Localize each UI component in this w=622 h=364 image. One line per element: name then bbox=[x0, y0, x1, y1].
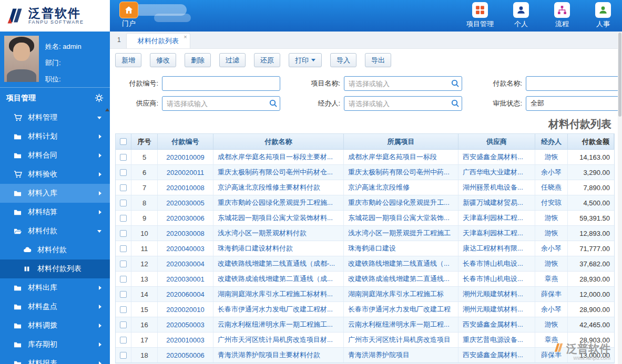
sidebar-item-material-report[interactable]: 材料报表 bbox=[0, 354, 110, 364]
sidebar-item-material-plan[interactable]: 材料计划 bbox=[0, 127, 110, 146]
row-checkbox[interactable] bbox=[120, 276, 127, 283]
table-row[interactable]: 11 2020040003 珠海鹤港口建设材料付款 珠海鹤港口建设 康达工程材料… bbox=[116, 241, 614, 256]
supplier-link[interactable]: 天津嘉利园林工程... bbox=[463, 228, 523, 238]
payment-no-link[interactable]: 2020030004 bbox=[166, 260, 204, 268]
supplier-link[interactable]: 西安盛鑫金属材料... bbox=[463, 320, 523, 329]
payment-no-link[interactable]: 2020010008 bbox=[166, 184, 204, 192]
supplier-link[interactable]: 长春市博山机电设... bbox=[463, 259, 523, 268]
handler-link[interactable]: 薛保丰 bbox=[541, 350, 562, 360]
row-checkbox[interactable] bbox=[120, 230, 127, 237]
row-checkbox[interactable] bbox=[120, 154, 127, 161]
table-row[interactable]: 14 2020060004 湖南洞庭湖水库引水工程施工标材料... 湖南洞庭湖水… bbox=[116, 287, 614, 302]
payment-name-link[interactable]: 重庆市鹅岭公园绿化景观提升工程施... bbox=[218, 198, 333, 207]
handler-link[interactable]: 余小琴 bbox=[541, 244, 562, 253]
payment-no-link[interactable]: 2020040003 bbox=[166, 245, 204, 253]
payment-no-link[interactable]: 2020020011 bbox=[167, 169, 204, 176]
table-row[interactable]: 18 2020050006 青海洪湖养护院项目主要材料付款 青海洪湖养护院项目 … bbox=[116, 348, 614, 363]
payment-no-link[interactable]: 2020010009 bbox=[166, 153, 204, 161]
table-row[interactable]: 8 2020030005 重庆市鹅岭公园绿化景观提升工程施... 重庆市鹅岭公园… bbox=[116, 195, 614, 211]
payment-no-input[interactable] bbox=[162, 76, 280, 91]
payment-no-link[interactable]: 2020030008 bbox=[166, 230, 204, 237]
supplier-link[interactable]: 湖州丽景机电设备... bbox=[463, 183, 523, 192]
sidebar-item-material-inbound[interactable]: 材料入库 bbox=[0, 184, 110, 203]
handler-link[interactable]: 游恢 bbox=[545, 213, 558, 223]
project-name-input[interactable] bbox=[344, 76, 462, 91]
row-checkbox[interactable] bbox=[120, 184, 127, 191]
handler-link[interactable]: 薛保丰 bbox=[541, 289, 562, 299]
project-link[interactable]: 云南水利枢纽潜明水库一期工程... bbox=[348, 320, 450, 329]
payment-no-link[interactable]: 2020010003 bbox=[166, 336, 204, 344]
export-button[interactable]: 导出 bbox=[365, 53, 391, 67]
payment-name-link[interactable]: 京沪高速北京段维修主要材料付款 bbox=[218, 183, 320, 192]
handler-link[interactable]: 游恢 bbox=[545, 228, 558, 238]
select-all-checkbox[interactable] bbox=[120, 138, 127, 145]
supplier-link[interactable]: 长春市博山机电设... bbox=[463, 274, 523, 284]
project-link[interactable]: 长春市伊通河水力发电厂改建工程 bbox=[348, 305, 451, 314]
sidebar-item-material-transfer[interactable]: 材料调拨 bbox=[0, 316, 110, 335]
payment-no-link[interactable]: 2020020010 bbox=[166, 306, 204, 314]
supplier-link[interactable]: 西安盛鑫金属材料... bbox=[463, 350, 523, 360]
payment-no-link[interactable]: 2020050006 bbox=[166, 351, 204, 359]
payment-name-link[interactable]: 湖南洞庭湖水库引水工程施工标材料... bbox=[218, 289, 333, 299]
handler-link[interactable]: 任晓燕 bbox=[541, 183, 562, 192]
payment-no-link[interactable]: 2020060004 bbox=[166, 290, 204, 298]
sidebar-item-material-acceptance[interactable]: 材料验收 bbox=[0, 165, 110, 184]
add-button[interactable]: 新增 bbox=[115, 53, 141, 67]
row-checkbox[interactable] bbox=[120, 261, 127, 267]
payment-name-link[interactable]: 浅水湾小区一期景观材料付款 bbox=[218, 228, 307, 238]
supplier-link[interactable]: 潮州元顺建筑材料... bbox=[463, 289, 523, 299]
table-row[interactable]: 17 2020010003 广州市天河区统计局机房改造项目材... 广州市天河区… bbox=[116, 332, 614, 348]
supplier-link[interactable]: 广西华电大业建材... bbox=[463, 168, 523, 177]
payment-name-link[interactable]: 成都水岸华庭名苑项目一标段主要材... bbox=[218, 152, 333, 162]
row-checkbox[interactable] bbox=[120, 352, 127, 359]
project-link[interactable]: 成都水岸华庭名苑项目一标段 bbox=[348, 152, 437, 162]
sidebar-item-material-payment-list[interactable]: 材料付款列表 bbox=[0, 259, 110, 278]
filter-button[interactable]: 过滤 bbox=[219, 53, 246, 67]
table-row[interactable]: 15 2020020010 长春市伊通河水力发电厂改建工程材... 长春市伊通河… bbox=[116, 302, 614, 317]
project-link[interactable]: 重庆市鹅岭公园绿化景观提升工... bbox=[348, 198, 450, 207]
project-link[interactable]: 改建铁路线增建第二线直通线（... bbox=[348, 259, 450, 268]
handler-link[interactable]: 游恢 bbox=[545, 152, 558, 162]
handler-link[interactable]: 游恢 bbox=[545, 259, 558, 268]
project-link[interactable]: 改建铁路成渝线增建第二直通线... bbox=[348, 274, 450, 284]
payment-name-link[interactable]: 东城花园一期项目公寓大堂装饰材料... bbox=[218, 213, 333, 223]
supplier-link[interactable]: 新疆万城建材贸易... bbox=[463, 198, 523, 207]
payment-no-link[interactable]: 2020030001 bbox=[166, 275, 204, 283]
payment-name-link[interactable]: 长春市伊通河水力发电厂改建工程材... bbox=[218, 305, 333, 314]
project-link[interactable]: 青海洪湖养护院项目 bbox=[348, 350, 410, 360]
sidebar-item-material-settlement[interactable]: 材料结算 bbox=[0, 203, 110, 222]
table-row[interactable]: 5 2020010009 成都水岸华庭名苑项目一标段主要材... 成都水岸华庭名… bbox=[116, 150, 614, 165]
row-checkbox[interactable] bbox=[120, 306, 127, 313]
sidebar-item-material-payment[interactable]: 材料付款 bbox=[0, 222, 110, 241]
project-link[interactable]: 湖南洞庭湖水库引水工程施工标 bbox=[348, 289, 444, 299]
delete-button[interactable]: 删除 bbox=[185, 53, 211, 67]
scroll-up-arrow[interactable] bbox=[105, 108, 109, 111]
payment-name-link[interactable]: 重庆太极制药有限公司亳州中药材仓... bbox=[218, 168, 333, 177]
nav-project-management[interactable]: 项目管理 bbox=[465, 2, 495, 29]
table-row[interactable]: 6 2020020011 重庆太极制药有限公司亳州中药材仓... 重庆太极制药有… bbox=[116, 165, 614, 180]
edit-button[interactable]: 修改 bbox=[150, 53, 176, 67]
print-button[interactable]: 打印 bbox=[289, 53, 322, 67]
supplier-link[interactable]: 天津嘉利园林工程... bbox=[463, 213, 523, 223]
supplier-input[interactable] bbox=[162, 96, 280, 111]
supplier-link[interactable]: 西安盛鑫金属材料... bbox=[463, 152, 523, 162]
handler-link[interactable]: 章燕 bbox=[545, 274, 558, 284]
table-row[interactable]: 9 2020030006 东城花园一期项目公寓大堂装饰材料... 东城花园一期项… bbox=[116, 211, 614, 226]
payment-name-input[interactable] bbox=[526, 76, 622, 91]
close-icon[interactable]: × bbox=[183, 34, 187, 40]
restore-button[interactable]: 还原 bbox=[254, 53, 280, 67]
payment-no-link[interactable]: 2020050003 bbox=[166, 321, 204, 329]
nav-hr[interactable]: 人事 bbox=[588, 2, 618, 29]
payment-no-link[interactable]: 2020030005 bbox=[166, 199, 204, 207]
table-row[interactable]: 7 2020010008 京沪高速北京段维修主要材料付款 京沪高速北京段维修 湖… bbox=[116, 180, 614, 195]
handler-link[interactable]: 章燕 bbox=[545, 335, 558, 345]
supplier-link[interactable]: 康达工程材料有限... bbox=[463, 244, 523, 253]
search-icon[interactable] bbox=[269, 99, 278, 108]
nav-personal[interactable]: 个人 bbox=[506, 2, 536, 29]
row-checkbox[interactable] bbox=[120, 321, 127, 328]
sidebar-item-opening-inventory[interactable]: 库存期初 bbox=[0, 335, 110, 354]
payment-name-link[interactable]: 改建铁路线增建第二线直通线（成都-... bbox=[218, 259, 335, 268]
table-row[interactable]: 12 2020030004 改建铁路线增建第二线直通线（成都-... 改建铁路线… bbox=[116, 256, 614, 272]
project-link[interactable]: 重庆太极制药有限公司亳州中药... bbox=[348, 168, 450, 177]
payment-name-link[interactable]: 广州市天河区统计局机房改造项目材... bbox=[218, 335, 333, 345]
